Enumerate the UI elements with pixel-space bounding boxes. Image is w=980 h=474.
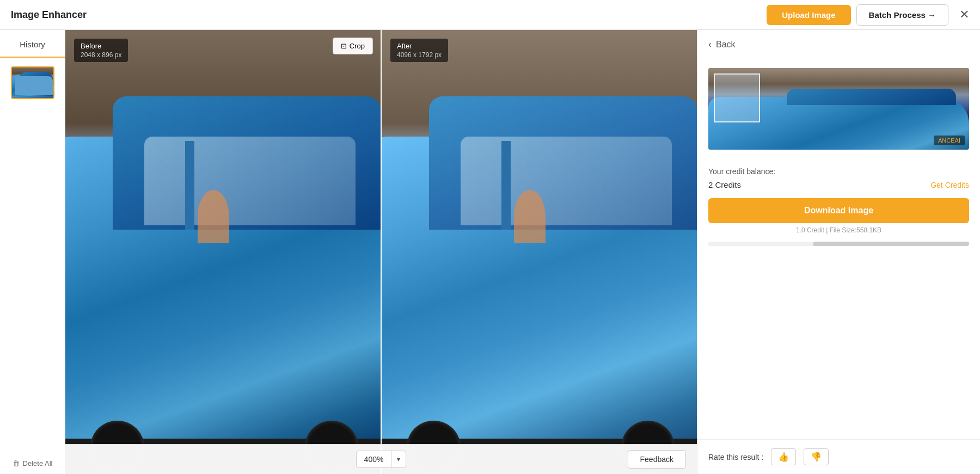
image-comparison-area: Before 2048 x 896 px ⊡ Crop After [65,30,697,474]
back-label: Back [716,40,736,50]
bottom-right: Feedback [406,450,686,469]
app-title: Image Enhancer [11,9,87,21]
header: Image Enhancer Upload Image Batch Proces… [0,0,980,30]
credits-section: Your credit balance: 2 Credits Get Credi… [697,158,980,189]
main-layout: History 🗑 Delete All [0,30,980,474]
header-right: Upload Image Batch Process → ✕ [767,4,969,26]
before-dimensions: 2048 x 896 px [81,51,121,59]
back-button[interactable]: ‹ Back [697,30,980,59]
close-button[interactable]: ✕ [959,8,969,22]
download-info: 1.0 Credit | File Size:558.1KB [697,226,980,234]
preview-watermark: ANCEAI [934,136,965,145]
crop-icon: ⊡ [341,42,347,50]
right-panel: ‹ Back ANCEAI Your credit balance: [697,30,980,474]
after-dimensions: 4096 x 1792 px [397,51,442,59]
delete-all-label: Delete All [23,459,53,467]
watermark-ai-suffix: AI [955,137,960,144]
after-car-pillar [501,141,511,230]
before-car-windshield [144,137,356,225]
rate-section: Rate this result : 👍 👎 [697,439,980,474]
get-credits-link[interactable]: Get Credits [930,181,969,189]
delete-all-area[interactable]: 🗑 Delete All [6,453,59,474]
preview-car-top [787,89,956,105]
scrollbar-thumb [813,242,969,246]
credits-row: 2 Credits Get Credits [708,180,969,189]
thumb-bg [12,67,53,89]
thumb-car-top [18,72,53,81]
zoom-dropdown-arrow[interactable]: ▾ [391,452,406,467]
credits-count: 2 Credits [708,180,741,189]
upload-image-button[interactable]: Upload Image [767,5,850,25]
after-label: After 4096 x 1792 px [390,39,448,62]
thumbnail-car-image [12,67,53,98]
crop-label: Crop [350,42,365,50]
before-car-pillar [185,141,194,230]
bottom-bar: 400% ▾ Feedback [65,444,697,474]
zoom-value: 400% [357,451,392,467]
batch-process-button[interactable]: Batch Process → [856,4,948,26]
after-car-windshield [461,137,672,225]
crop-button[interactable]: ⊡ Crop [333,38,373,54]
thumb-car-blue [12,75,53,95]
scrollbar[interactable] [708,242,969,246]
sidebar: History 🗑 Delete All [0,30,65,474]
download-image-button[interactable]: Download Image [708,198,969,223]
feedback-button[interactable]: Feedback [628,450,686,469]
after-person [514,190,546,243]
thumb-image-sim [12,67,53,98]
before-label: Before 2048 x 896 px [74,39,128,62]
history-thumbnail[interactable] [11,66,54,99]
selection-rectangle [714,73,760,122]
header-left: Image Enhancer [11,9,87,21]
credits-label: Your credit balance: [708,167,969,176]
before-panel: Before 2048 x 896 px ⊡ Crop [65,30,382,474]
preview-container: ANCEAI [708,68,969,150]
back-arrow-icon: ‹ [708,39,712,50]
after-image [382,30,697,474]
before-person [198,190,229,243]
before-image [65,30,381,474]
rate-label: Rate this result : [708,453,763,461]
zoom-control[interactable]: 400% ▾ [356,451,407,468]
trash-icon: 🗑 [13,459,20,467]
watermark-text-prefix: ANCE [938,137,955,144]
history-tab[interactable]: History [0,30,65,58]
thumbs-down-button[interactable]: 👎 [804,448,829,465]
after-panel: After 4096 x 1792 px [382,30,697,474]
thumbs-up-button[interactable]: 👍 [771,448,796,465]
